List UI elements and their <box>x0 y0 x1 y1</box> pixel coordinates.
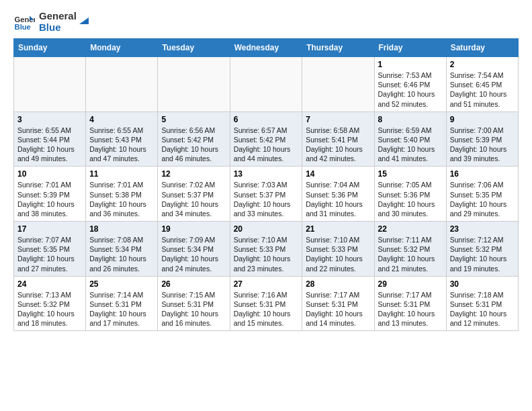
calendar-cell: 12Sunrise: 7:02 AM Sunset: 5:37 PM Dayli… <box>158 167 230 222</box>
day-number: 29 <box>378 279 443 289</box>
day-info: Sunrise: 6:55 AM Sunset: 5:44 PM Dayligh… <box>17 126 82 164</box>
day-number: 2 <box>450 60 515 69</box>
day-number: 15 <box>378 169 443 179</box>
day-info: Sunrise: 6:59 AM Sunset: 5:40 PM Dayligh… <box>378 126 443 164</box>
calendar-cell: 14Sunrise: 7:04 AM Sunset: 5:36 PM Dayli… <box>302 167 374 222</box>
day-info: Sunrise: 7:09 AM Sunset: 5:34 PM Dayligh… <box>161 235 226 273</box>
day-number: 22 <box>378 224 443 234</box>
calendar-cell: 18Sunrise: 7:08 AM Sunset: 5:34 PM Dayli… <box>86 222 158 277</box>
svg-text:Blue: Blue <box>15 23 31 31</box>
calendar-cell: 5Sunrise: 6:56 AM Sunset: 5:42 PM Daylig… <box>158 111 230 167</box>
day-info: Sunrise: 7:14 AM Sunset: 5:31 PM Dayligh… <box>89 290 154 328</box>
day-number: 23 <box>450 224 515 234</box>
calendar-cell: 21Sunrise: 7:10 AM Sunset: 5:33 PM Dayli… <box>302 222 374 277</box>
day-info: Sunrise: 7:00 AM Sunset: 5:39 PM Dayligh… <box>450 126 515 164</box>
day-number: 3 <box>17 115 82 124</box>
day-number: 12 <box>161 169 226 179</box>
calendar-cell: 10Sunrise: 7:01 AM Sunset: 5:39 PM Dayli… <box>14 167 86 222</box>
calendar-week-row: 24Sunrise: 7:13 AM Sunset: 5:32 PM Dayli… <box>14 276 519 331</box>
day-number: 19 <box>161 224 226 234</box>
calendar-cell <box>302 57 374 112</box>
day-info: Sunrise: 7:12 AM Sunset: 5:32 PM Dayligh… <box>450 235 515 273</box>
calendar-header-row: SundayMondayTuesdayWednesdayThursdayFrid… <box>14 39 519 57</box>
day-info: Sunrise: 7:08 AM Sunset: 5:34 PM Dayligh… <box>89 235 154 273</box>
day-info: Sunrise: 7:15 AM Sunset: 5:31 PM Dayligh… <box>161 290 226 328</box>
calendar-cell: 22Sunrise: 7:11 AM Sunset: 5:32 PM Dayli… <box>374 222 446 277</box>
weekday-header-monday: Monday <box>86 39 158 57</box>
calendar-cell: 7Sunrise: 6:58 AM Sunset: 5:41 PM Daylig… <box>302 111 374 167</box>
day-number: 14 <box>306 169 370 179</box>
calendar-cell: 26Sunrise: 7:15 AM Sunset: 5:31 PM Dayli… <box>158 276 230 331</box>
day-info: Sunrise: 7:16 AM Sunset: 5:31 PM Dayligh… <box>234 290 299 328</box>
day-number: 11 <box>89 169 154 179</box>
calendar-week-row: 3Sunrise: 6:55 AM Sunset: 5:44 PM Daylig… <box>14 111 519 167</box>
day-info: Sunrise: 7:13 AM Sunset: 5:32 PM Dayligh… <box>17 290 82 328</box>
day-info: Sunrise: 7:06 AM Sunset: 5:35 PM Dayligh… <box>450 180 515 218</box>
calendar-cell <box>14 57 86 112</box>
weekday-header-sunday: Sunday <box>14 39 86 57</box>
calendar-cell: 30Sunrise: 7:18 AM Sunset: 5:31 PM Dayli… <box>446 276 518 331</box>
day-number: 8 <box>378 115 443 124</box>
day-info: Sunrise: 7:01 AM Sunset: 5:39 PM Dayligh… <box>17 180 82 218</box>
day-info: Sunrise: 6:58 AM Sunset: 5:41 PM Dayligh… <box>306 126 370 164</box>
day-number: 20 <box>234 224 299 234</box>
calendar-cell: 16Sunrise: 7:06 AM Sunset: 5:35 PM Dayli… <box>446 167 518 222</box>
day-number: 30 <box>450 279 515 289</box>
day-info: Sunrise: 7:04 AM Sunset: 5:36 PM Dayligh… <box>306 180 370 218</box>
calendar-cell: 15Sunrise: 7:05 AM Sunset: 5:36 PM Dayli… <box>374 167 446 222</box>
logo: General Blue General Blue <box>13 11 91 33</box>
day-info: Sunrise: 6:56 AM Sunset: 5:42 PM Dayligh… <box>161 126 226 164</box>
day-number: 28 <box>306 279 370 289</box>
calendar-table: SundayMondayTuesdayWednesdayThursdayFrid… <box>13 38 519 331</box>
calendar-cell <box>230 57 302 112</box>
calendar-cell: 4Sunrise: 6:55 AM Sunset: 5:43 PM Daylig… <box>86 111 158 167</box>
calendar-cell: 29Sunrise: 7:17 AM Sunset: 5:31 PM Dayli… <box>374 276 446 331</box>
day-info: Sunrise: 7:05 AM Sunset: 5:36 PM Dayligh… <box>378 180 443 218</box>
calendar-cell: 6Sunrise: 6:57 AM Sunset: 5:42 PM Daylig… <box>230 111 302 167</box>
day-info: Sunrise: 7:17 AM Sunset: 5:31 PM Dayligh… <box>306 290 370 328</box>
calendar-cell: 2Sunrise: 7:54 AM Sunset: 6:45 PM Daylig… <box>446 57 518 112</box>
day-number: 5 <box>161 115 226 124</box>
logo-line1: General <box>39 11 77 22</box>
day-info: Sunrise: 7:53 AM Sunset: 6:46 PM Dayligh… <box>378 71 443 109</box>
weekday-header-thursday: Thursday <box>302 39 374 57</box>
weekday-header-saturday: Saturday <box>446 39 518 57</box>
day-number: 1 <box>378 60 443 69</box>
day-info: Sunrise: 7:17 AM Sunset: 5:31 PM Dayligh… <box>378 290 443 328</box>
calendar-cell: 19Sunrise: 7:09 AM Sunset: 5:34 PM Dayli… <box>158 222 230 277</box>
calendar-week-row: 17Sunrise: 7:07 AM Sunset: 5:35 PM Dayli… <box>14 222 519 277</box>
day-info: Sunrise: 7:07 AM Sunset: 5:35 PM Dayligh… <box>17 235 82 273</box>
weekday-header-friday: Friday <box>374 39 446 57</box>
calendar-week-row: 10Sunrise: 7:01 AM Sunset: 5:39 PM Dayli… <box>14 167 519 222</box>
weekday-header-wednesday: Wednesday <box>230 39 302 57</box>
calendar-cell: 23Sunrise: 7:12 AM Sunset: 5:32 PM Dayli… <box>446 222 518 277</box>
day-number: 27 <box>234 279 299 289</box>
logo-icon: General Blue <box>13 11 35 33</box>
day-info: Sunrise: 7:03 AM Sunset: 5:37 PM Dayligh… <box>234 180 299 218</box>
calendar-week-row: 1Sunrise: 7:53 AM Sunset: 6:46 PM Daylig… <box>14 57 519 112</box>
day-number: 13 <box>234 169 299 179</box>
svg-marker-3 <box>79 17 89 24</box>
day-number: 7 <box>306 115 370 124</box>
day-number: 10 <box>17 169 82 179</box>
logo-chevron-icon <box>77 12 91 27</box>
calendar-cell <box>86 57 158 112</box>
calendar-cell: 1Sunrise: 7:53 AM Sunset: 6:46 PM Daylig… <box>374 57 446 112</box>
day-number: 21 <box>306 224 370 234</box>
calendar-cell: 24Sunrise: 7:13 AM Sunset: 5:32 PM Dayli… <box>14 276 86 331</box>
calendar-cell: 13Sunrise: 7:03 AM Sunset: 5:37 PM Dayli… <box>230 167 302 222</box>
day-number: 9 <box>450 115 515 124</box>
day-info: Sunrise: 7:10 AM Sunset: 5:33 PM Dayligh… <box>234 235 299 273</box>
day-number: 17 <box>17 224 82 234</box>
weekday-header-tuesday: Tuesday <box>158 39 230 57</box>
day-number: 6 <box>234 115 299 124</box>
day-info: Sunrise: 6:55 AM Sunset: 5:43 PM Dayligh… <box>89 126 154 164</box>
calendar-body: 1Sunrise: 7:53 AM Sunset: 6:46 PM Daylig… <box>14 57 519 331</box>
calendar-cell: 3Sunrise: 6:55 AM Sunset: 5:44 PM Daylig… <box>14 111 86 167</box>
day-info: Sunrise: 7:02 AM Sunset: 5:37 PM Dayligh… <box>161 180 226 218</box>
calendar-cell <box>158 57 230 112</box>
day-info: Sunrise: 7:18 AM Sunset: 5:31 PM Dayligh… <box>450 290 515 328</box>
calendar-cell: 11Sunrise: 7:01 AM Sunset: 5:38 PM Dayli… <box>86 167 158 222</box>
day-number: 18 <box>89 224 154 234</box>
day-number: 4 <box>89 115 154 124</box>
